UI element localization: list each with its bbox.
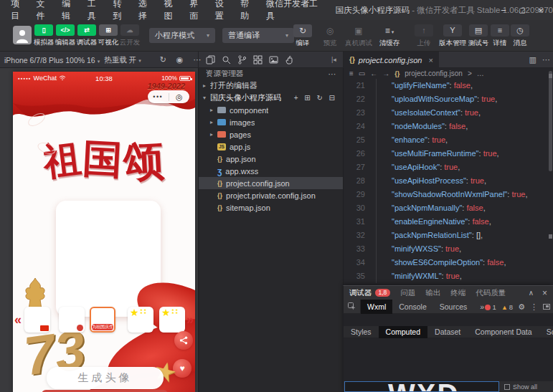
preview-button[interactable]: ◎预览 bbox=[318, 24, 341, 48]
devtools-tab[interactable]: Sources bbox=[433, 300, 474, 314]
tab-project-config-json[interactable]: {} project.config.json × bbox=[344, 52, 439, 68]
tree-item[interactable]: ▸ pages bbox=[199, 128, 343, 140]
upload-button[interactable]: ↑上传 bbox=[415, 24, 433, 48]
avatar-frame-thumb[interactable] bbox=[24, 307, 50, 333]
menu-item[interactable]: 视图 bbox=[159, 0, 185, 22]
test-account-button[interactable]: ▤测试号 bbox=[468, 24, 489, 48]
gear-icon[interactable]: ⚙ bbox=[518, 302, 525, 312]
menu-item[interactable]: 帮助 bbox=[235, 0, 261, 22]
minimize-button[interactable]: − bbox=[496, 5, 511, 16]
menu-item[interactable]: 项目 bbox=[6, 0, 32, 22]
tree-item[interactable]: ▾ 国庆头像小程序源码 + ⊞ ↻ ⊟ bbox=[199, 92, 343, 104]
hot-reload-toggle[interactable]: 热重载 开▾ bbox=[104, 55, 141, 65]
scroll-left-arrow[interactable]: « bbox=[14, 312, 22, 328]
maximize-button[interactable]: ▢ bbox=[514, 6, 530, 14]
visualization-button[interactable]: ⊞可视化 bbox=[98, 24, 119, 47]
clear-cache-button[interactable]: ≡▾清缓存 bbox=[376, 24, 403, 48]
cloud-dev-button[interactable]: ☁云开发 bbox=[119, 24, 141, 47]
warning-count[interactable]: ▲8 bbox=[501, 303, 513, 311]
avatar-frame-thumb[interactable]: 为祖国庆生 bbox=[90, 307, 115, 333]
real-device-debug-button[interactable]: ▣真机调试 bbox=[343, 24, 374, 48]
debugger-button[interactable]: ⇄调试器 bbox=[76, 24, 98, 47]
menu-item[interactable]: 文件 bbox=[32, 0, 57, 22]
tree-item[interactable]: ▸ images bbox=[199, 116, 343, 128]
avatar-frame-thumb[interactable] bbox=[128, 307, 153, 333]
dock-icon[interactable] bbox=[543, 304, 550, 310]
inspector-tab[interactable]: Dataset bbox=[427, 326, 468, 338]
menu-item[interactable]: 转到 bbox=[108, 0, 133, 22]
tree-item[interactable]: app.js bbox=[199, 140, 343, 153]
collapse-sidebar-icon[interactable]: |◂ bbox=[331, 55, 340, 64]
editor-button[interactable]: </>编辑器 bbox=[55, 24, 76, 47]
inspector-tab[interactable]: Styles bbox=[344, 326, 379, 338]
menu-item[interactable]: 微信开发者工具 bbox=[261, 0, 326, 22]
panel-tab[interactable]: 输出 bbox=[425, 288, 440, 298]
version-management-button[interactable]: Y版本管理 bbox=[439, 24, 466, 48]
error-count[interactable]: 1 bbox=[485, 303, 496, 311]
record-icon[interactable]: ◉ bbox=[176, 55, 184, 64]
inspect-element-icon[interactable] bbox=[344, 300, 361, 314]
capsule-close-icon[interactable]: ◎ bbox=[169, 90, 190, 103]
more-icon[interactable]: ⋯ bbox=[542, 55, 550, 64]
tree-item[interactable]: app.wxss bbox=[199, 165, 343, 177]
tree-item[interactable]: ▸ 打开的编辑器 bbox=[199, 80, 343, 92]
menu-item[interactable]: 设置 bbox=[210, 0, 236, 22]
tree-item[interactable]: ▸ component bbox=[199, 104, 343, 116]
collapse-panel-icon[interactable]: ∧ bbox=[529, 289, 534, 297]
breadcrumb-file[interactable]: project.config.json bbox=[405, 70, 463, 77]
devtools-tab[interactable]: Console bbox=[392, 300, 433, 314]
hand-icon[interactable] bbox=[285, 55, 294, 64]
breadcrumb-more[interactable]: … bbox=[477, 70, 484, 77]
search-icon[interactable] bbox=[222, 55, 231, 64]
devtools-tab[interactable]: Wxml bbox=[361, 300, 392, 314]
scroll-right-arrow[interactable]: » bbox=[186, 312, 194, 328]
files-icon[interactable] bbox=[206, 55, 215, 64]
split-editor-icon[interactable]: ▥ bbox=[529, 55, 537, 64]
bookmark-icon[interactable]: ▭ bbox=[359, 70, 365, 77]
inspector-tab[interactable]: Scope Data bbox=[539, 326, 553, 338]
panel-tab[interactable]: 调试器 1,8 bbox=[349, 288, 390, 298]
panel-tab[interactable]: 代码质量 bbox=[476, 288, 506, 298]
menu-item[interactable]: 工具 bbox=[82, 0, 108, 22]
user-avatar[interactable] bbox=[13, 26, 32, 44]
generate-avatar-button[interactable]: 生成头像 bbox=[47, 367, 164, 389]
panel-tab[interactable]: 问题 bbox=[400, 288, 415, 298]
back-icon[interactable]: ← bbox=[370, 70, 377, 77]
mode-select[interactable]: 小程序模式▾ bbox=[149, 28, 215, 43]
close-panel-icon[interactable]: × bbox=[542, 288, 547, 298]
capsule-more-icon[interactable]: ••• bbox=[148, 93, 169, 100]
simulator-button[interactable]: ▯模拟器 bbox=[33, 24, 55, 47]
tree-item[interactable]: project.private.config.json bbox=[199, 189, 343, 201]
panel-tab[interactable]: 终端 bbox=[450, 288, 465, 298]
image-icon[interactable] bbox=[269, 55, 278, 64]
close-button[interactable]: × bbox=[533, 5, 549, 16]
miniprogram-capsule[interactable]: ••• ◎ bbox=[148, 90, 189, 103]
tree-item[interactable]: app.json bbox=[199, 153, 343, 165]
outline-icon[interactable]: ≡ bbox=[349, 70, 354, 77]
compile-mode-select[interactable]: 普通编译▾ bbox=[222, 28, 294, 43]
show-all-checkbox[interactable]: Show all bbox=[504, 383, 552, 391]
editor-scrollbar[interactable] bbox=[549, 71, 552, 171]
avatar-frame-thumb[interactable] bbox=[59, 307, 85, 333]
messages-button[interactable]: ◷消息 bbox=[511, 24, 529, 48]
avatar-frame-thumb[interactable] bbox=[159, 307, 185, 333]
menu-item[interactable]: 界面 bbox=[184, 0, 210, 22]
refresh-icon[interactable]: ↻ bbox=[160, 55, 166, 64]
git-branch-icon[interactable] bbox=[237, 55, 247, 64]
tree-item[interactable]: project.config.json bbox=[199, 177, 343, 189]
menu-item[interactable]: 选择 bbox=[133, 0, 159, 22]
share-button[interactable] bbox=[174, 331, 193, 350]
inspector-tab[interactable]: Component Data bbox=[468, 326, 539, 338]
grid-icon[interactable] bbox=[253, 55, 263, 64]
more-icon[interactable]: ⋯ bbox=[329, 70, 336, 78]
code-area[interactable]: 21"uglifyFileName": false, 22"uploadWith… bbox=[344, 79, 553, 283]
forward-icon[interactable]: → bbox=[382, 70, 389, 77]
inspector-tab[interactable]: Computed bbox=[379, 326, 427, 338]
details-button[interactable]: ≡详情 bbox=[491, 24, 509, 48]
tree-item-actions[interactable]: + ⊞ ↻ ⊟ bbox=[294, 94, 337, 102]
kebab-menu-icon[interactable]: ⋮ bbox=[530, 302, 538, 312]
tree-item[interactable]: sitemap.json bbox=[199, 201, 343, 214]
device-selector[interactable]: iPhone 6/7/8 Plus 100% 16▾ bbox=[4, 56, 100, 64]
close-tab-icon[interactable]: × bbox=[428, 56, 433, 64]
compile-button[interactable]: ↻编译 bbox=[291, 24, 314, 48]
